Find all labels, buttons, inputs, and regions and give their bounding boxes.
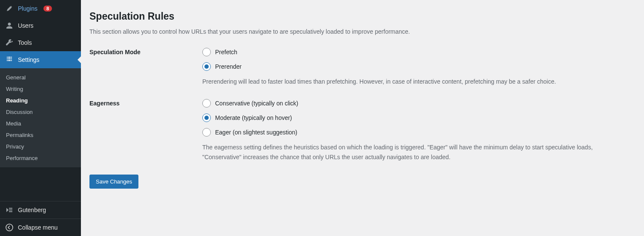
radio-label: Prerender: [215, 63, 242, 70]
page-title: Speculation Rules: [89, 11, 635, 22]
sidebar-subitem-writing[interactable]: Writing: [0, 83, 81, 95]
sidebar-item-users[interactable]: Users: [0, 17, 81, 34]
sidebar-item-label: Collapse menu: [18, 224, 58, 231]
plugins-icon: [5, 4, 14, 13]
eagerness-description: The eagerness setting defines the heuris…: [202, 143, 620, 162]
users-icon: [5, 21, 14, 30]
sidebar-subitem-media[interactable]: Media: [0, 118, 81, 129]
eagerness-row: Eagerness Conservative (typically on cli…: [89, 99, 635, 162]
sidebar-settings-submenu: General Writing Reading Discussion Media…: [0, 68, 81, 167]
mode-prerender-option[interactable]: Prerender: [202, 62, 620, 71]
mode-row: Speculation Mode Prefetch Prerender Prer…: [89, 48, 635, 86]
collapse-icon: [5, 223, 14, 232]
sidebar-item-gutenberg[interactable]: Gutenberg: [0, 201, 81, 219]
sidebar-item-tools[interactable]: Tools: [0, 34, 81, 51]
mode-description: Prerendering will lead to faster load ti…: [202, 77, 620, 86]
sidebar-subitem-privacy[interactable]: Privacy: [0, 141, 81, 152]
radio-input[interactable]: [202, 128, 211, 137]
radio-label: Prefetch: [215, 49, 237, 55]
radio-label: Moderate (typically on hover): [215, 114, 292, 121]
settings-form: Speculation Mode Prefetch Prerender Prer…: [89, 48, 635, 162]
sidebar-item-label: Settings: [18, 56, 40, 63]
sidebar-bottom-menu: Gutenberg Collapse menu: [0, 201, 81, 236]
admin-sidebar: Plugins 8 Users Tools Settings General W…: [0, 0, 81, 236]
sidebar-subitem-performance[interactable]: Performance: [0, 152, 81, 164]
eagerness-label: Eagerness: [89, 99, 202, 162]
sidebar-subitem-reading[interactable]: Reading: [0, 95, 81, 106]
radio-input[interactable]: [202, 99, 211, 108]
sidebar-subitem-discussion[interactable]: Discussion: [0, 106, 81, 118]
sidebar-collapse[interactable]: Collapse menu: [0, 219, 81, 236]
sidebar-subitem-permalinks[interactable]: Permalinks: [0, 129, 81, 141]
radio-label: Conservative (typically on click): [215, 100, 298, 107]
mode-label: Speculation Mode: [89, 48, 202, 86]
eagerness-field: Conservative (typically on click) Modera…: [202, 99, 620, 162]
sidebar-item-plugins[interactable]: Plugins 8: [0, 0, 81, 17]
eagerness-moderate-option[interactable]: Moderate (typically on hover): [202, 114, 620, 122]
mode-field: Prefetch Prerender Prerendering will lea…: [202, 48, 620, 86]
sidebar-item-label: Users: [18, 22, 34, 29]
main-content: Speculation Rules This section allows yo…: [81, 0, 644, 236]
sidebar-item-label: Plugins: [18, 5, 37, 12]
radio-input[interactable]: [202, 48, 211, 56]
sidebar-main-menu: Plugins 8 Users Tools Settings: [0, 0, 81, 68]
sidebar-item-settings[interactable]: Settings: [0, 51, 81, 68]
page-description: This section allows you to control how U…: [89, 28, 635, 35]
tools-icon: [5, 38, 14, 47]
settings-icon: [5, 55, 14, 64]
plugins-badge: 8: [43, 6, 52, 12]
radio-input[interactable]: [202, 114, 211, 122]
sidebar-item-label: Tools: [18, 39, 32, 46]
eagerness-conservative-option[interactable]: Conservative (typically on click): [202, 99, 620, 108]
gutenberg-icon: [5, 206, 14, 214]
sidebar-subitem-general[interactable]: General: [0, 72, 81, 83]
svg-point-0: [6, 224, 13, 231]
radio-label: Eager (on slightest suggestion): [215, 129, 297, 136]
save-button[interactable]: Save Changes: [89, 175, 138, 189]
radio-input[interactable]: [202, 62, 211, 71]
mode-prefetch-option[interactable]: Prefetch: [202, 48, 620, 56]
eagerness-eager-option[interactable]: Eager (on slightest suggestion): [202, 128, 620, 137]
sidebar-item-label: Gutenberg: [18, 207, 46, 213]
